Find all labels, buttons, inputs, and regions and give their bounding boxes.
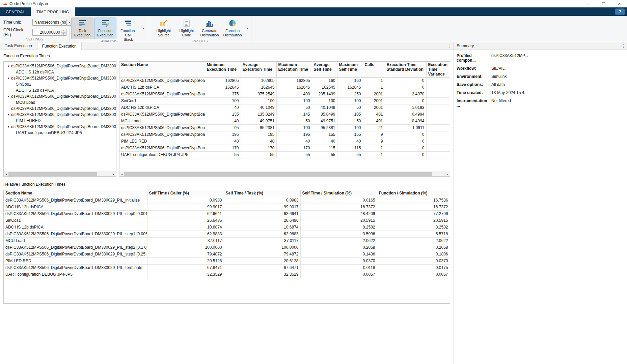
table-row[interactable]: SinCos110010010010010020010: [119, 98, 450, 104]
column-header[interactable]: Minimum Execution Time: [205, 62, 241, 78]
button-label-line: Highlight: [157, 29, 171, 33]
column-header[interactable]: Execution Time Standard Deviation: [385, 62, 426, 78]
scroll-right-icon[interactable]: ►: [111, 172, 116, 176]
value-cell: 32.3529: [224, 271, 300, 278]
column-header[interactable]: Self Time / Caller (%): [147, 190, 224, 197]
collapse-arrow-icon[interactable]: ▾: [6, 113, 10, 116]
cpu-clock-input[interactable]: 200000000 ▲ ▼: [32, 29, 66, 36]
results-gallery-dropdown[interactable]: ▾: [245, 18, 250, 39]
function-call-stack-button[interactable]: Function-Call Stack: [117, 18, 139, 39]
table-row[interactable]: UART configuration DEBUG JP4-JP555555555…: [119, 152, 450, 158]
table-row[interactable]: SinCos126.648626.648620.591520.5915: [4, 217, 450, 224]
tree-horizontal-scrollbar[interactable]: ◄ ►: [4, 172, 116, 176]
scrollbar-track[interactable]: [8, 172, 111, 176]
collapse-arrow-icon[interactable]: ▾: [6, 125, 10, 128]
tree-item[interactable]: ▾dsPIC33AK512MPS506_DigitalPowerDvptBoar…: [4, 112, 116, 118]
table-row[interactable]: dsPIC33AK512MPS506_DigitalPowerDvptBoard…: [119, 111, 450, 118]
tree-item[interactable]: PIM LEDRED: [4, 118, 116, 124]
minimize-button[interactable]: —: [580, 0, 596, 7]
column-header[interactable]: Average Execution Time: [241, 62, 276, 78]
column-header[interactable]: Self Time / Simulation (%): [300, 190, 377, 197]
tree-item[interactable]: MCU Load: [4, 99, 116, 105]
tree-item[interactable]: dsPIC33AK512MPS506_DigitalPowerDvptBoard…: [4, 105, 116, 112]
table-row[interactable]: dsPIC33AK512MPS506_DigitalPowerDvptBoard…: [119, 91, 450, 98]
table-row[interactable]: ADC HS 12b dsPICA4040.10495040.104950200…: [119, 104, 450, 111]
column-header[interactable]: Maximum Self Time: [337, 62, 363, 78]
table-row[interactable]: dsPIC33AK512MPS506_DigitalPowerDvptBoard…: [4, 264, 450, 271]
column-header[interactable]: Calls: [363, 62, 385, 78]
tree-item[interactable]: ▾dsPIC33AK512MPS506_DigitalPowerDvptBoar…: [4, 93, 116, 99]
table-row[interactable]: dsPIC33AK512MPS506_DigitalPowerDvptBoard…: [4, 244, 450, 251]
task-execution-button[interactable]: Task Execution: [71, 18, 93, 39]
table-row[interactable]: dsPIC33AK512MPS506_DigitalPowerDvptBoard…: [119, 125, 450, 131]
table-row[interactable]: dsPIC33AK512MPS506_DigitalPowerDvptBoard…: [119, 145, 450, 152]
scrollbar-track[interactable]: [124, 172, 445, 176]
collapse-arrow-icon[interactable]: ▾: [6, 64, 10, 68]
table-row[interactable]: PIM LED RED20.512820.51280.03700.0370: [4, 257, 450, 264]
collapse-arrow-icon[interactable]: ▾: [6, 77, 10, 80]
value-cell: 162805: [241, 78, 276, 84]
function-distribution-button[interactable]: Function Distribution: [221, 18, 244, 39]
highlight-code-button[interactable]: Highlight Code: [175, 18, 198, 39]
summary-menu-icon[interactable]: ⋮: [620, 43, 627, 49]
column-header[interactable]: Section Name: [4, 190, 147, 197]
table-row[interactable]: dsPIC33AK512MPS506_DigitalPowerDvptBoard…: [4, 210, 450, 217]
highlight-source-button[interactable]: Highlight Source: [153, 18, 175, 39]
ribbon-tab-time-profiling[interactable]: TIME PROFILING: [31, 7, 75, 16]
table-row[interactable]: dsPIC33AK512MPS506_DigitalPowerDvptBoard…: [119, 78, 450, 84]
tree-item[interactable]: ▾dsPIC33AK512MPS506_DigitalPowerDvptBoar…: [4, 124, 116, 130]
restore-button[interactable]: ❐: [596, 0, 611, 7]
value-cell: 0: [385, 98, 426, 104]
table-row[interactable]: ADC HS 12b dsPICA10.687410.68748.25828.2…: [4, 224, 450, 231]
cpu-clock-value[interactable]: 200000000: [33, 29, 61, 35]
value-cell: 62.6641: [224, 210, 300, 217]
table-row[interactable]: dsPIC33AK512MPS506_DigitalPowerDvptBoard…: [119, 131, 450, 138]
scroll-right-icon[interactable]: ►: [445, 172, 450, 176]
table-row[interactable]: ADC HS 12b dsPICA99.901799.901716.737216…: [4, 204, 450, 210]
spinner-up-icon[interactable]: ▲: [61, 29, 66, 33]
value-cell: 20.5915: [377, 217, 450, 224]
tree-item[interactable]: ADC HS 12b dsPICA: [4, 69, 116, 75]
ribbon-tab-general[interactable]: GENERAL: [0, 7, 31, 16]
column-header[interactable]: Self Time / Task (%): [224, 190, 300, 197]
table-row[interactable]: PIM LED RED404040404090: [119, 138, 450, 145]
tab-strip-menu-icon[interactable]: ⋮: [446, 42, 454, 50]
column-header[interactable]: Section Name: [119, 62, 205, 78]
table-row[interactable]: MCU Load4049.97515049.9751504010.4994: [119, 118, 450, 125]
value-cell: 62.9883: [147, 231, 224, 237]
table-horizontal-scrollbar[interactable]: ◄ ►: [119, 172, 450, 176]
column-header[interactable]: Average Self Time: [312, 62, 337, 78]
tree-item[interactable]: ADC HS 12b dsPICA: [4, 87, 116, 93]
column-header[interactable]: Function / Simulation (%): [377, 190, 450, 197]
summary-row: Workflow:SIL/PIL: [457, 66, 624, 71]
table-row[interactable]: ADC HS 12b dsPICA16264516264516264516264…: [119, 84, 450, 91]
help-button[interactable]: ?: [615, 8, 625, 15]
tree-item[interactable]: UART configurationDEBUG JP4-JP5: [4, 130, 116, 136]
value-cell: 0: [385, 138, 426, 145]
tab-task-execution[interactable]: Task Execution: [0, 42, 37, 50]
table-row[interactable]: MCU Load37.011737.01172.06222.0622: [4, 237, 450, 244]
scrollbar-thumb[interactable]: [8, 172, 97, 176]
scroll-left-icon[interactable]: ◄: [119, 172, 124, 176]
scrollbar-thumb[interactable]: [124, 172, 432, 176]
close-button[interactable]: ✕: [611, 0, 627, 7]
function-execution-button[interactable]: Function Execution: [94, 18, 116, 39]
column-header[interactable]: Maximum Execution Time: [276, 62, 312, 78]
tab-function-execution[interactable]: Function Execution: [37, 42, 82, 50]
time-unit-dropdown[interactable]: Nanoseconds (ns) ▾: [32, 19, 72, 26]
analysis-gallery-dropdown[interactable]: ▾: [141, 18, 145, 39]
table-row[interactable]: dsPIC33AK512MPS506_DigitalPowerDvptBoard…: [4, 197, 450, 204]
table-row[interactable]: dsPIC33AK512MPS506_DigitalPowerDvptBoard…: [4, 251, 450, 257]
generate-distribution-button[interactable]: Generate Distribution: [198, 18, 221, 39]
spinner-down-icon[interactable]: ▼: [61, 33, 66, 36]
value-cell: [426, 111, 450, 118]
table-row[interactable]: UART configuration DEBUG JP4-JP532.35293…: [4, 271, 450, 278]
value-cell: 55: [312, 152, 337, 158]
collapse-arrow-icon[interactable]: ▾: [6, 95, 10, 98]
table-row[interactable]: dsPIC33AK512MPS506_DigitalPowerDvptBoard…: [4, 231, 450, 237]
tree-item[interactable]: SinCos1: [4, 81, 116, 87]
tree-item[interactable]: ▾dsPIC33AK512MPS506_DigitalPowerDvptBoar…: [4, 63, 116, 69]
tree-item[interactable]: ▾dsPIC33AK512MPS506_DigitalPowerDvptBoar…: [4, 75, 116, 81]
scroll-left-icon[interactable]: ◄: [4, 172, 8, 176]
column-header[interactable]: Execution Time Variance: [426, 62, 450, 78]
